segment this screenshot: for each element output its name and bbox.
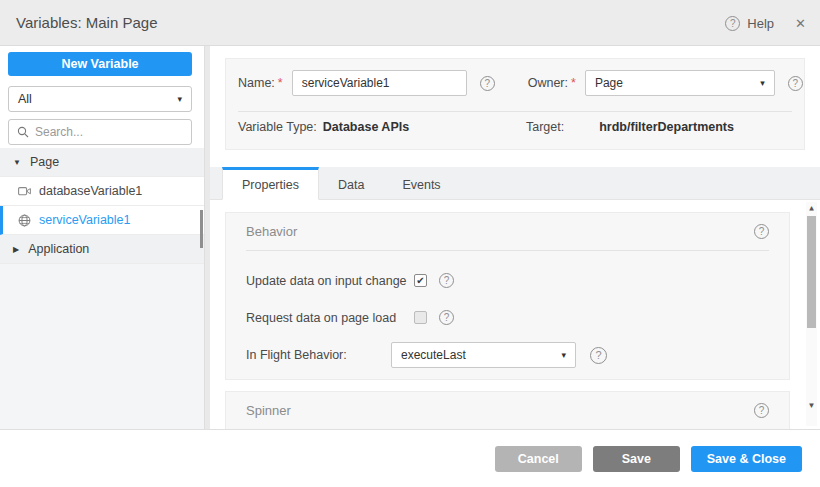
update-data-label: Update data on input change xyxy=(246,274,414,288)
search-icon xyxy=(17,126,29,138)
variable-type-value: Database APIs xyxy=(323,120,409,134)
required-asterisk: * xyxy=(571,76,576,90)
tree-item-label-selected: serviceVariable1 xyxy=(39,213,130,227)
variable-summary-panel: Name: * ? Owner: * Page ▾ ? Variable Typ… xyxy=(225,58,805,150)
chevron-collapsed-icon: ▶ xyxy=(13,245,19,254)
owner-select[interactable]: Page ▾ xyxy=(585,70,775,96)
save-close-button[interactable]: Save & Close xyxy=(691,446,802,472)
tree-group-application[interactable]: ▶ Application xyxy=(0,235,204,264)
chevron-down-icon: ▾ xyxy=(177,94,182,104)
request-data-checkbox[interactable] xyxy=(414,311,427,324)
footer-buttons: Cancel Save Save & Close xyxy=(495,446,802,472)
tree-group-application-label: Application xyxy=(28,242,89,256)
check-icon: ✔ xyxy=(416,276,424,286)
owner-help-icon[interactable]: ? xyxy=(788,76,803,91)
name-label: Name: xyxy=(238,76,275,90)
tab-properties[interactable]: Properties xyxy=(222,167,319,200)
properties-scrollbar[interactable]: ▼ ▼ xyxy=(806,202,817,426)
help-icon[interactable]: ? xyxy=(725,16,740,31)
spinner-section-title: Spinner xyxy=(246,403,291,418)
request-data-row: Request data on page load ? xyxy=(226,310,789,325)
in-flight-label: In Flight Behavior: xyxy=(246,348,391,362)
sidebar-scrollbar-thumb[interactable] xyxy=(200,210,203,248)
behavior-section-divider xyxy=(246,250,769,251)
variable-editor: Name: * ? Owner: * Page ▾ ? Variable Typ… xyxy=(210,46,820,429)
target-value: hrdb/filterDepartments xyxy=(599,120,734,134)
spinner-help-icon[interactable]: ? xyxy=(754,403,769,418)
tree-group-page-label: Page xyxy=(30,155,59,169)
header-actions: ? Help ✕ xyxy=(725,0,806,46)
name-help-icon[interactable]: ? xyxy=(480,76,495,91)
dialog-header: Variables: Main Page ? Help ✕ xyxy=(0,0,820,46)
scrollbar-down-icon[interactable]: ▼ xyxy=(806,400,817,412)
spinner-section-header: Spinner ? xyxy=(226,392,789,429)
target-group: Target: hrdb/filterDepartments xyxy=(526,120,734,134)
page-title: Variables: Main Page xyxy=(16,14,157,31)
variable-filter-value: All xyxy=(18,92,32,106)
save-button[interactable]: Save xyxy=(593,446,680,472)
properties-panel: Behavior ? Update data on input change ✔… xyxy=(210,200,802,429)
variable-type-group: Variable Type: Database APIs xyxy=(238,120,409,134)
variables-sidebar: New Variable All ▾ ▼ Page databaseVariab… xyxy=(0,46,204,429)
database-variable-icon xyxy=(17,186,31,197)
tree-item-label: databaseVariable1 xyxy=(39,184,142,198)
chevron-expanded-icon: ▼ xyxy=(13,158,21,167)
scrollbar-up-icon[interactable]: ▼ xyxy=(806,202,817,214)
update-data-row: Update data on input change ✔ ? xyxy=(226,273,789,288)
name-owner-row: Name: * ? Owner: * Page ▾ ? xyxy=(238,69,792,97)
variables-tree: ▼ Page databaseVariable1 serviceVariable… xyxy=(0,148,204,264)
in-flight-select-value: executeLast xyxy=(401,348,466,362)
chevron-down-icon: ▾ xyxy=(561,350,566,360)
target-label: Target: xyxy=(526,120,564,134)
type-target-row: Variable Type: Database APIs Target: hrd… xyxy=(238,120,792,146)
chevron-down-icon: ▾ xyxy=(760,78,765,88)
service-variable-icon xyxy=(17,214,31,227)
new-variable-button[interactable]: New Variable xyxy=(8,52,192,76)
scrollbar-thumb[interactable] xyxy=(807,216,816,328)
in-flight-help-icon[interactable]: ? xyxy=(590,347,607,364)
variables-dialog: Variables: Main Page ? Help ✕ New Variab… xyxy=(0,0,820,487)
tab-events[interactable]: Events xyxy=(383,167,459,199)
tree-item-databaseVariable1[interactable]: databaseVariable1 xyxy=(0,177,204,206)
update-data-help-icon[interactable]: ? xyxy=(439,273,454,288)
help-link[interactable]: Help xyxy=(747,16,774,31)
tree-group-page[interactable]: ▼ Page xyxy=(0,148,204,177)
request-data-help-icon[interactable]: ? xyxy=(439,310,454,325)
sidebar-empty-area xyxy=(0,264,204,429)
close-icon[interactable]: ✕ xyxy=(795,16,806,31)
in-flight-row: In Flight Behavior: executeLast ▾ ? xyxy=(226,342,789,368)
spinner-section: Spinner ? xyxy=(225,391,790,429)
behavior-section-title: Behavior xyxy=(246,224,297,239)
variable-search-box xyxy=(8,119,192,145)
tree-item-serviceVariable1[interactable]: serviceVariable1 xyxy=(0,206,204,235)
name-input[interactable] xyxy=(292,70,467,96)
behavior-help-icon[interactable]: ? xyxy=(754,224,769,239)
owner-group: Owner: * Page ▾ ? xyxy=(528,70,803,96)
summary-divider xyxy=(238,111,792,112)
in-flight-select[interactable]: executeLast ▾ xyxy=(391,342,576,368)
cancel-button[interactable]: Cancel xyxy=(495,446,582,472)
variable-type-label: Variable Type: xyxy=(238,120,317,134)
behavior-section: Behavior ? Update data on input change ✔… xyxy=(225,212,790,380)
owner-label: Owner: xyxy=(528,76,568,90)
required-asterisk: * xyxy=(278,76,283,90)
owner-select-value: Page xyxy=(595,76,623,90)
editor-tabs: Properties Data Events xyxy=(210,167,820,200)
behavior-section-header: Behavior ? xyxy=(226,213,789,250)
dialog-footer: Cancel Save Save & Close xyxy=(0,429,820,487)
update-data-checkbox[interactable]: ✔ xyxy=(414,274,427,287)
request-data-label: Request data on page load xyxy=(246,311,414,325)
search-input[interactable] xyxy=(35,125,183,139)
tab-data[interactable]: Data xyxy=(319,167,383,199)
variable-filter-select[interactable]: All ▾ xyxy=(8,86,192,112)
